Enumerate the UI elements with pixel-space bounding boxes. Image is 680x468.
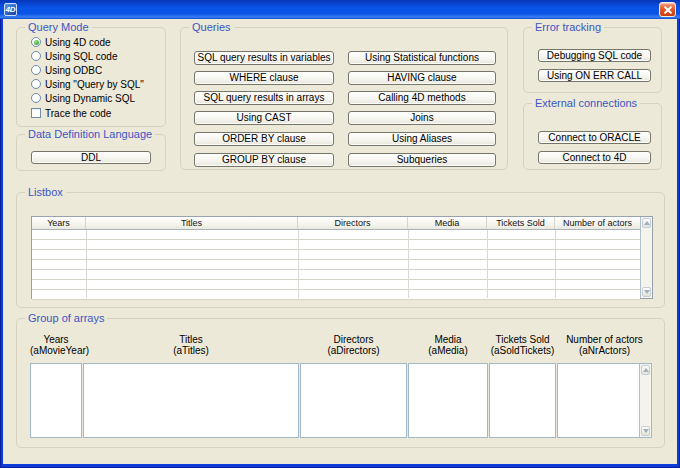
scroll-down-button[interactable] [642,287,651,297]
listbox-header-titles[interactable]: Titles [86,217,298,229]
group-title-ddl: Data Definition Language [25,128,155,141]
where-clause-button[interactable]: WHERE clause [194,71,334,85]
connect-to-4d-button[interactable]: Connect to 4D [538,151,651,164]
arrow-down-icon [644,290,650,294]
listbox-header-media[interactable]: Media [408,217,487,229]
radio-label: Using 4D code [45,37,111,48]
radio-label: Using ODBC [45,65,102,76]
using-aliases-button[interactable]: Using Aliases [348,132,496,146]
listbox-row[interactable] [32,270,640,280]
radio-icon [31,37,41,47]
connect-to-oracle-button[interactable]: Connect to ORACLE [538,131,651,144]
listbox-header-tickets-sold[interactable]: Tickets Sold [487,217,555,229]
having-clause-button[interactable]: HAVING clause [348,71,496,85]
radio-using-query-by-sql[interactable]: Using "Query by SQL" [31,77,165,91]
radio-icon [31,93,41,103]
subqueries-button[interactable]: Subqueries [348,153,496,167]
radio-label: Using "Query by SQL" [45,79,144,90]
radio-label: Using SQL code [45,51,117,62]
group-error-tracking: Error tracking Debugging SQL code Using … [523,27,662,93]
listbox-header: Years Titles Directors Media Tickets Sol… [32,217,640,230]
close-icon [664,6,672,14]
group-listbox: Listbox Years Titles Directors Media Tic… [16,192,665,308]
listbox-row[interactable] [32,260,640,270]
radio-using-4d-code[interactable]: Using 4D code [31,35,165,49]
radio-using-dynamic-sql[interactable]: Using Dynamic SQL [31,91,165,105]
listbox-main: Years Titles Directors Media Tickets Sol… [32,217,640,298]
title-bar[interactable]: 4D [0,0,680,19]
group-title-error-tracking: Error tracking [532,21,604,34]
checkbox-label: Trace the code [45,108,111,119]
group-of-arrays-labels: Years(aMovieYear) Titles(aTitles) Direct… [30,334,652,356]
app-window: 4D Query Mode Using 4D code Using SQL co… [0,0,680,468]
calling-4d-methods-button[interactable]: Calling 4D methods [348,91,496,105]
listbox-header-years[interactable]: Years [32,217,86,229]
array-list-years[interactable] [30,363,82,438]
group-data-definition-language: Data Definition Language DDL [16,134,166,171]
group-queries: Queries SQL query results in variables W… [180,27,508,170]
group-by-clause-button[interactable]: GROUP BY clause [194,153,334,167]
radio-icon [31,79,41,89]
sql-query-results-in-arrays-button[interactable]: SQL query results in arrays [194,91,334,105]
using-cast-button[interactable]: Using CAST [194,111,334,125]
listbox-row[interactable] [32,230,640,240]
listbox-header-directors[interactable]: Directors [298,217,408,229]
listbox-header-number-of-actors[interactable]: Number of actors [555,217,640,229]
array-list-directors[interactable] [300,363,407,438]
using-on-err-call-button[interactable]: Using ON ERR CALL [538,69,651,82]
radio-using-odbc[interactable]: Using ODBC [31,63,165,77]
group-title-group-of-arrays: Group of arrays [25,312,107,325]
listbox-row[interactable] [32,280,640,290]
close-button[interactable] [659,2,676,17]
array-label-directors: Directors(aDirectors) [300,334,407,356]
listbox-vertical-scrollbar[interactable] [640,217,652,298]
group-external-connections: External connections Connect to ORACLE C… [523,103,662,170]
joins-button[interactable]: Joins [348,111,496,125]
checkbox-trace-the-code[interactable]: Trace the code [31,106,165,120]
radio-icon [31,51,41,61]
ddl-button[interactable]: DDL [31,151,151,164]
array-list-number-of-actors[interactable] [557,363,652,438]
arrow-up-icon [644,221,650,225]
sql-query-results-in-variables-button[interactable]: SQL query results in variables [194,51,334,65]
using-statistical-functions-button[interactable]: Using Statistical functions [348,51,496,65]
radio-icon [31,65,41,75]
array-label-media: Media(aMedia) [408,334,488,356]
order-by-clause-button[interactable]: ORDER BY clause [194,132,334,146]
radio-using-sql-code[interactable]: Using SQL code [31,49,165,63]
group-title-query-mode: Query Mode [25,21,92,34]
array-list-media[interactable] [408,363,488,438]
array-list-tickets-sold[interactable] [489,363,556,438]
array-label-titles: Titles(aTitles) [83,334,299,356]
app-icon: 4D [4,3,17,16]
array-list-vertical-scrollbar[interactable] [639,364,651,437]
dialog-body: Query Mode Using 4D code Using SQL code … [3,19,677,464]
group-of-arrays-lists [30,363,652,438]
checkbox-icon [31,108,41,118]
group-of-arrays: Group of arrays Years(aMovieYear) Titles… [16,318,665,448]
group-title-listbox: Listbox [25,186,66,199]
group-title-queries: Queries [189,21,234,34]
query-mode-options: Using 4D code Using SQL code Using ODBC … [17,28,165,120]
group-query-mode: Query Mode Using 4D code Using SQL code … [16,27,166,127]
listbox-row[interactable] [32,250,640,260]
listbox-table[interactable]: Years Titles Directors Media Tickets Sol… [31,216,653,299]
radio-label: Using Dynamic SQL [45,93,135,104]
array-label-years: Years(aMovieYear) [30,334,82,356]
array-label-tickets-sold: Tickets Sold(aSoldTickets) [489,334,556,356]
debugging-sql-code-button[interactable]: Debugging SQL code [538,49,651,62]
array-label-number-of-actors: Number of actors(aNrActors) [557,334,652,356]
group-title-external-connections: External connections [532,97,640,110]
scroll-up-button[interactable] [641,365,650,375]
arrow-down-icon [643,429,649,433]
scroll-up-button[interactable] [642,218,651,228]
array-list-titles[interactable] [83,363,299,438]
scroll-down-button[interactable] [641,426,650,436]
arrow-up-icon [643,368,649,372]
listbox-row[interactable] [32,240,640,250]
listbox-row[interactable] [32,290,640,300]
